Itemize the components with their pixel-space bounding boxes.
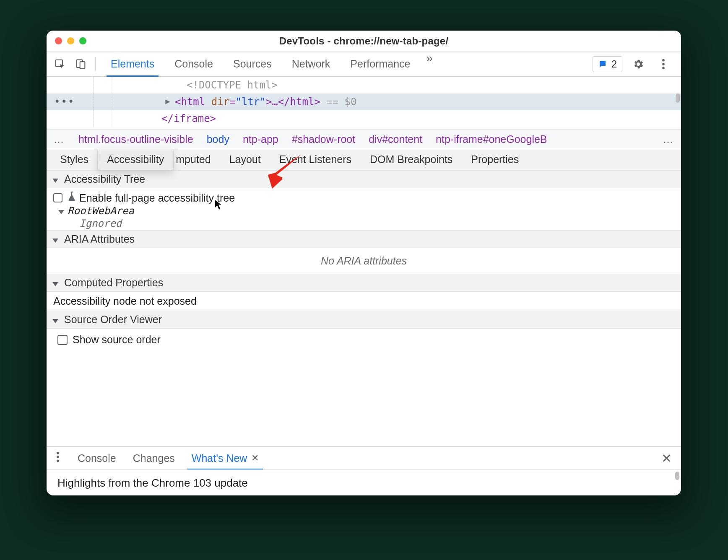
dom-tag: <html bbox=[175, 93, 211, 110]
enable-full-page-tree-row[interactable]: Enable full-page accessibility tree bbox=[53, 192, 674, 204]
close-tab-icon[interactable]: ✕ bbox=[251, 453, 259, 464]
drawer: Console Changes What's New ✕ ✕ Highlight… bbox=[47, 446, 681, 495]
computed-not-exposed: Accessibility node not exposed bbox=[47, 292, 681, 311]
window-controls bbox=[47, 37, 86, 44]
checkbox-icon[interactable] bbox=[57, 335, 68, 345]
drawer-tab-label: What's New bbox=[192, 452, 247, 464]
tab-sources[interactable]: Sources bbox=[223, 52, 282, 76]
scrollbar-thumb[interactable] bbox=[675, 472, 679, 480]
subtab-layout[interactable]: Layout bbox=[220, 149, 270, 170]
window-title: DevTools - chrome://new-tab-page/ bbox=[47, 35, 681, 47]
subtab-dom-breakpoints[interactable]: DOM Breakpoints bbox=[361, 149, 462, 170]
accessibility-panel: Accessibility Tree Enable full-page acce… bbox=[47, 170, 681, 363]
section-aria-attributes[interactable]: ARIA Attributes bbox=[47, 230, 681, 248]
section-computed-properties[interactable]: Computed Properties bbox=[47, 274, 681, 292]
aria-empty-message: No ARIA attributes bbox=[47, 248, 681, 274]
breadcrumb-overflow-right[interactable]: … bbox=[656, 133, 681, 145]
tab-elements[interactable]: Elements bbox=[101, 52, 164, 76]
zoom-window-button[interactable] bbox=[79, 37, 86, 44]
breadcrumb-item[interactable]: div#content bbox=[362, 133, 429, 145]
svg-point-3 bbox=[662, 59, 665, 61]
drawer-tabs: Console Changes What's New ✕ ✕ bbox=[47, 447, 681, 469]
checkbox-icon[interactable] bbox=[53, 193, 62, 202]
section-title: Source Order Viewer bbox=[64, 314, 162, 326]
section-accessibility-tree[interactable]: Accessibility Tree bbox=[47, 170, 681, 188]
main-toolbar: Elements Console Sources Network Perform… bbox=[47, 52, 681, 77]
collapse-icon bbox=[52, 173, 61, 185]
collapse-icon bbox=[52, 277, 61, 289]
close-window-button[interactable] bbox=[55, 37, 62, 44]
tree-root-row[interactable]: RootWebArea bbox=[53, 204, 674, 218]
breadcrumb-item[interactable]: ntp-iframe#oneGoogleB bbox=[429, 133, 554, 145]
more-tabs-icon[interactable]: » bbox=[420, 52, 439, 76]
inspect-element-icon[interactable] bbox=[51, 55, 69, 73]
main-tabs: Elements Console Sources Network Perform… bbox=[101, 52, 439, 76]
dom-line[interactable]: </iframe> bbox=[47, 110, 681, 127]
breadcrumb-item[interactable]: ntp-app bbox=[236, 133, 285, 145]
expand-icon bbox=[58, 205, 68, 217]
scrollbar-thumb[interactable] bbox=[676, 93, 680, 103]
subtab-accessibility[interactable]: Accessibility bbox=[98, 149, 173, 170]
svg-point-6 bbox=[57, 451, 59, 454]
device-toolbar-icon[interactable] bbox=[72, 55, 90, 73]
titlebar: DevTools - chrome://new-tab-page/ bbox=[47, 31, 681, 52]
drawer-kebab-icon[interactable] bbox=[47, 451, 69, 466]
collapse-icon bbox=[52, 233, 61, 245]
section-title: Accessibility Tree bbox=[64, 173, 145, 185]
section-title: ARIA Attributes bbox=[64, 233, 135, 245]
close-drawer-icon[interactable]: ✕ bbox=[652, 451, 681, 466]
kebab-menu-icon[interactable] bbox=[654, 55, 673, 73]
tree-node-label: RootWebArea bbox=[68, 205, 134, 217]
subtab-computed[interactable]: mputed bbox=[173, 149, 220, 170]
drawer-tab-whats-new[interactable]: What's New ✕ bbox=[183, 447, 268, 469]
svg-point-7 bbox=[57, 456, 59, 458]
tree-ignored-row: Ignored bbox=[53, 218, 674, 229]
checkbox-label: Enable full-page accessibility tree bbox=[79, 192, 235, 204]
subtab-styles[interactable]: Styles bbox=[51, 149, 98, 170]
subtab-event-listeners[interactable]: Event Listeners bbox=[270, 149, 361, 170]
toolbar-divider bbox=[95, 57, 96, 71]
settings-gear-icon[interactable] bbox=[629, 55, 647, 73]
show-source-order-row[interactable]: Show source order bbox=[57, 334, 673, 346]
drawer-tab-changes[interactable]: Changes bbox=[125, 447, 183, 469]
checkbox-label: Show source order bbox=[73, 334, 161, 346]
dom-tree[interactable]: <!DOCTYPE html> ••• <html dir="ltr">…</h… bbox=[47, 77, 681, 129]
dom-line[interactable]: <!DOCTYPE html> bbox=[47, 77, 681, 93]
breadcrumb-overflow-left[interactable]: … bbox=[47, 133, 72, 145]
svg-rect-2 bbox=[80, 62, 85, 68]
elements-subtabs: Styles Accessibility mputed Layout Event… bbox=[47, 149, 681, 170]
breadcrumb: … html.focus-outline-visible body ntp-ap… bbox=[47, 129, 681, 149]
svg-point-8 bbox=[57, 459, 59, 462]
breadcrumb-item[interactable]: html.focus-outline-visible bbox=[72, 133, 200, 145]
tab-network[interactable]: Network bbox=[282, 52, 341, 76]
breadcrumb-item[interactable]: #shadow-root bbox=[285, 133, 362, 145]
whats-new-heading: Highlights from the Chrome 103 update bbox=[57, 477, 248, 489]
collapse-icon bbox=[52, 314, 61, 326]
svg-point-4 bbox=[662, 63, 665, 65]
issues-badge[interactable]: 2 bbox=[593, 56, 622, 72]
section-title: Computed Properties bbox=[64, 277, 163, 289]
breadcrumb-item[interactable]: body bbox=[200, 133, 236, 145]
svg-point-5 bbox=[662, 67, 665, 69]
drawer-body: Highlights from the Chrome 103 update bbox=[47, 469, 681, 495]
section-source-order-viewer[interactable]: Source Order Viewer bbox=[47, 311, 681, 329]
tab-console[interactable]: Console bbox=[164, 52, 223, 76]
drawer-tab-console[interactable]: Console bbox=[69, 447, 125, 469]
tab-performance[interactable]: Performance bbox=[340, 52, 420, 76]
issues-count: 2 bbox=[611, 58, 617, 70]
experiment-flask-icon bbox=[68, 192, 76, 204]
dom-line-selected[interactable]: ••• <html dir="ltr">…</html> == $0 bbox=[47, 93, 681, 110]
subtab-properties[interactable]: Properties bbox=[462, 149, 528, 170]
minimize-window-button[interactable] bbox=[67, 37, 74, 44]
devtools-window: DevTools - chrome://new-tab-page/ Elemen… bbox=[47, 31, 681, 495]
toolbar-right: 2 bbox=[593, 55, 677, 73]
